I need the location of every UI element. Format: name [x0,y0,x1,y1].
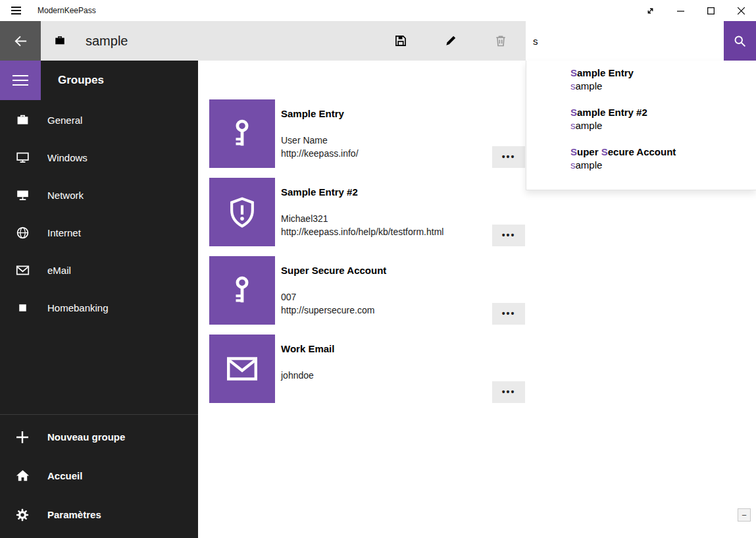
suggestion-subtitle: sample [570,119,748,132]
groups-list: General Windows Network [0,101,198,327]
sidebar-item-homebanking[interactable]: Homebanking [0,289,198,327]
plus-icon [14,429,30,445]
search-suggestion[interactable]: Sample Entry sample [526,63,756,103]
entry-url: http://keepass.info/help/kb/testform.htm… [281,225,443,238]
suggestion-title: Sample Entry #2 [570,106,748,119]
more-icon: ••• [502,230,516,240]
sidebar-item-label: Network [47,190,84,201]
command-bar: sample s [0,21,756,61]
nav-hamburger-button[interactable] [0,61,41,100]
sidebar-footer: Nouveau groupe Accueil [0,414,198,538]
trash-icon [494,34,507,47]
save-icon [394,34,407,47]
sidebar-item-general[interactable]: General [0,101,198,139]
more-icon: ••• [502,387,516,397]
home-button[interactable]: Accueil [0,456,198,495]
close-button[interactable] [726,0,756,21]
entry-tile[interactable] [209,256,275,325]
suggestion-subtitle: sample [570,80,748,93]
minimize-button[interactable] [665,0,695,21]
minimize-icon [677,7,684,14]
save-button[interactable] [376,21,426,61]
entry-title: Sample Entry #2 [281,186,443,199]
entry-username: johndoe [281,369,334,382]
groups-sidebar: Groupes General Windows [0,61,198,538]
home-icon [14,468,30,484]
sidebar-item-network[interactable]: Network [0,176,198,214]
sidebar-item-windows[interactable]: Windows [0,139,198,176]
fullscreen-button[interactable] [635,0,665,21]
search-suggestion[interactable]: Super Secure Account sample [526,142,756,182]
entry-url: http://keepass.info/ [281,147,359,160]
more-button[interactable]: ••• [492,225,525,246]
hamburger-icon [13,75,28,86]
entry-title: Sample Entry [281,107,359,121]
groups-title: Groupes [58,74,104,87]
entry-row: Work Email johndoe ••• [209,335,525,403]
search-icon [733,34,747,48]
app-window: ModernKeePass sample [0,0,756,538]
back-button[interactable] [0,21,41,61]
settings-button[interactable]: Paramètres [0,495,198,534]
sidebar-item-internet[interactable]: Internet [0,214,198,252]
entry-row: Sample Entry #2 Michael321 http://keepas… [209,178,525,246]
sidebar-item-label: Windows [47,152,88,163]
mail-icon [227,357,257,381]
monitor-icon [14,150,30,166]
edit-button[interactable] [426,21,476,61]
header-actions [376,21,526,61]
sidebar-item-email[interactable]: eMail [0,252,198,289]
key-icon [230,119,255,149]
mail-icon [14,263,30,279]
maximize-button[interactable] [695,0,726,21]
hamburger-icon [11,7,21,14]
search-button[interactable] [724,21,756,61]
entry-username: Michael321 [281,212,443,225]
pencil-icon [444,34,457,47]
key-icon [230,275,255,306]
more-button[interactable]: ••• [492,381,525,403]
titlebar: ModernKeePass [0,0,756,21]
entry-title: Work Email [281,342,334,356]
zoom-out-button[interactable]: − [738,508,751,522]
entry-text: Sample Entry User Name http://keepass.in… [281,99,359,160]
sidebar-item-label: General [47,115,82,126]
search-input[interactable]: s [526,21,724,61]
entry-title: Super Secure Account [281,264,386,277]
entries-panel: Sample Entry User Name http://keepass.in… [198,61,756,538]
entry-text: Super Secure Account 007 http://supersec… [281,256,386,317]
entry-tile[interactable] [209,335,275,403]
more-button[interactable]: ••• [492,303,525,325]
maximize-icon [707,7,715,14]
shield-icon [229,197,255,228]
database-title: sample [86,34,128,49]
sidebar-item-label: Nouveau groupe [47,431,125,443]
entry-tile[interactable] [209,99,275,168]
search-suggestion[interactable]: Sample Entry #2 sample [526,103,756,142]
entry-username: 007 [281,290,386,304]
sidebar-item-label: Paramètres [47,509,101,520]
entry-row: Super Secure Account 007 http://supersec… [209,256,525,325]
more-icon: ••• [502,308,516,319]
sidebar-item-label: eMail [47,265,71,276]
titlebar-hamburger-icon[interactable] [0,0,32,21]
window-controls [635,0,756,21]
fullscreen-icon [646,7,655,15]
suggestion-subtitle: sample [570,159,748,172]
entry-row: Sample Entry User Name http://keepass.in… [209,99,525,168]
close-icon [738,7,745,14]
more-icon: ••• [502,151,516,162]
briefcase-icon [14,113,30,128]
more-button[interactable]: ••• [492,146,525,168]
new-group-button[interactable]: Nouveau groupe [0,417,198,456]
network-icon [14,188,30,203]
sidebar-item-label: Internet [47,227,81,238]
entry-tile[interactable] [209,178,275,246]
suggestion-title: Sample Entry [570,67,748,80]
sidebar-item-label: Homebanking [47,302,109,313]
minus-icon: − [742,510,747,520]
sidebar-header: Groupes [0,61,198,100]
back-arrow-icon [13,34,28,49]
entry-text: Sample Entry #2 Michael321 http://keepas… [281,178,443,238]
delete-button[interactable] [476,21,526,61]
